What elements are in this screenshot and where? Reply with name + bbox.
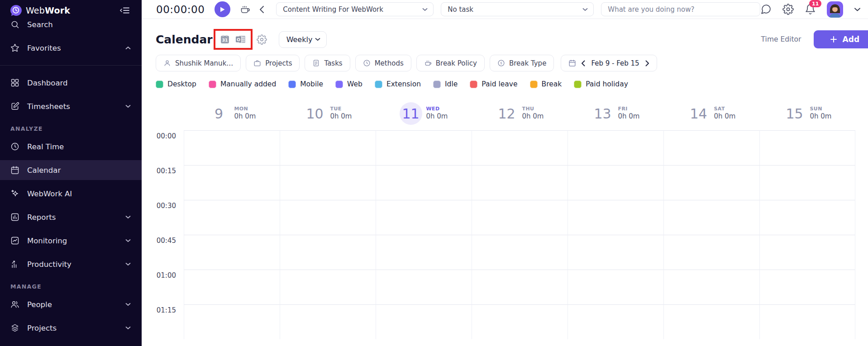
calendar-settings-gear-icon[interactable] (257, 34, 267, 45)
google-calendar-sync-icon[interactable]: 31 (220, 35, 229, 44)
sidebar-item-search[interactable]: Search (0, 21, 142, 34)
time-slot-cell[interactable] (184, 200, 280, 235)
member-filter-chip[interactable]: Shushik Manuk… (156, 55, 241, 71)
time-slot-cell[interactable] (184, 304, 280, 339)
title-row: Calendar 31 O Weekly Time Editor (156, 28, 868, 51)
sidebar-item-projects[interactable]: Projects (0, 318, 142, 338)
timer-collapse-chevron-left-icon[interactable] (259, 5, 264, 14)
line-chart-icon (10, 236, 19, 245)
break-type-filter-chip[interactable]: $ Break Type (490, 55, 554, 71)
chevron-down-icon (125, 215, 131, 219)
sidebar-item-reports[interactable]: Reports (0, 207, 142, 227)
sidebar-item-productivity[interactable]: Productivity (0, 254, 142, 274)
support-chat-icon[interactable] (760, 4, 772, 15)
time-slot-cell[interactable] (568, 270, 663, 304)
time-slot-cell[interactable] (280, 270, 376, 304)
time-slot-cell[interactable] (184, 270, 280, 304)
time-slot-cell[interactable] (184, 165, 280, 200)
time-slot-cell[interactable] (759, 130, 855, 165)
tasks-filter-chip[interactable]: Tasks (305, 55, 350, 71)
sidebar-item-webwork-ai[interactable]: WebWork AI (0, 184, 142, 204)
time-slot-cell[interactable] (472, 130, 568, 165)
webwork-logo[interactable]: WebWork (10, 5, 70, 16)
time-slot-cell[interactable] (759, 270, 855, 304)
time-slot-cell[interactable] (663, 270, 759, 304)
time-slot-cell[interactable] (663, 304, 759, 339)
time-slot-cell[interactable] (472, 200, 568, 235)
profile-chevron-down-icon[interactable] (854, 7, 861, 12)
sidebar-item-favorites[interactable]: Favorites (0, 38, 142, 58)
projects-filter-chip[interactable]: Projects (246, 55, 300, 71)
time-slot-cell[interactable] (568, 235, 663, 270)
time-slot-cell[interactable] (568, 165, 663, 200)
view-mode-select[interactable]: Weekly (279, 31, 327, 48)
time-label: 00:15 (142, 165, 184, 200)
break-coffee-icon[interactable] (239, 4, 250, 15)
methods-filter-chip[interactable]: Methods (355, 55, 411, 71)
timer-play-button[interactable] (215, 1, 230, 17)
time-slot-cell[interactable] (376, 200, 472, 235)
time-slot-cell[interactable] (280, 130, 376, 165)
time-slot-cell[interactable] (568, 130, 663, 165)
settings-gear-icon[interactable] (782, 4, 794, 15)
time-slot-cell[interactable] (759, 235, 855, 270)
time-editor-link[interactable]: Time Editor (761, 35, 801, 43)
sidebar-item-dashboard[interactable]: Dashboard (0, 73, 142, 93)
sidebar-item-timesheets[interactable]: Timesheets (0, 96, 142, 116)
star-icon (10, 43, 19, 52)
plus-icon (830, 36, 837, 43)
time-slot-cell[interactable] (472, 165, 568, 200)
legend-item-paid-leave: Paid leave (470, 80, 517, 88)
time-slot-cell[interactable] (376, 304, 472, 339)
break-policy-filter-chip[interactable]: Break Policy (416, 55, 485, 71)
time-slot-cell[interactable] (376, 165, 472, 200)
sidebar-item-real-time[interactable]: Real Time (0, 137, 142, 156)
time-slot-cell[interactable] (184, 130, 280, 165)
legend-item-break: Break (530, 80, 562, 88)
time-slot-cell[interactable] (568, 200, 663, 235)
sidebar-item-calendar[interactable]: Calendar (0, 160, 142, 180)
legend-item-manually-added: Manually added (209, 80, 276, 88)
sidebar-item-monitoring[interactable]: Monitoring (0, 231, 142, 251)
next-week-chevron-right-icon[interactable] (645, 60, 649, 66)
time-slot-cell[interactable] (759, 200, 855, 235)
time-slot-cell[interactable] (376, 235, 472, 270)
time-slot-cell[interactable] (472, 270, 568, 304)
sidebar-item-people[interactable]: People (0, 294, 142, 314)
time-slot-cell[interactable] (663, 165, 759, 200)
sidebar: WebWork Search Favorites Dashboard Times… (0, 0, 142, 346)
growth-chart-icon (10, 260, 19, 269)
time-slot-cell[interactable] (280, 304, 376, 339)
time-slot-cell[interactable] (759, 165, 855, 200)
user-avatar[interactable] (827, 1, 843, 18)
day-header-sun: 15SUN0h 0m (759, 99, 855, 128)
time-slot-cell[interactable] (759, 304, 855, 339)
time-slot-cell[interactable] (376, 130, 472, 165)
time-slot-cell[interactable] (376, 270, 472, 304)
time-slot-cell[interactable] (184, 235, 280, 270)
project-select[interactable]: Content Writing For WebWork (276, 2, 434, 16)
topbar-actions: 11 (760, 1, 861, 18)
legend-swatch (288, 81, 296, 88)
activity-input[interactable] (601, 2, 760, 16)
time-label: 00:45 (142, 235, 184, 270)
time-slot-cell[interactable] (280, 235, 376, 270)
time-slot-cell[interactable] (663, 130, 759, 165)
legend-item-paid-holiday: Paid holiday (574, 80, 628, 88)
sidebar-collapse-icon[interactable] (119, 5, 130, 15)
time-slot-cell[interactable] (472, 304, 568, 339)
previous-week-chevron-left-icon[interactable] (581, 60, 585, 66)
notifications-bell[interactable]: 11 (805, 4, 816, 15)
outlook-sync-icon[interactable]: O (235, 35, 246, 44)
time-slot-cell[interactable] (280, 200, 376, 235)
task-select[interactable]: No task (441, 2, 594, 16)
time-slot-cell[interactable] (568, 304, 663, 339)
time-slot-cell[interactable] (663, 235, 759, 270)
briefcase-icon (253, 59, 261, 67)
time-slot-cell[interactable] (472, 235, 568, 270)
date-range-label: Feb 9 - Feb 15 (591, 59, 639, 67)
time-slot-cell[interactable] (280, 165, 376, 200)
add-button[interactable]: Add (814, 30, 868, 48)
time-slot-cell[interactable] (663, 200, 759, 235)
clock-icon (363, 59, 371, 67)
